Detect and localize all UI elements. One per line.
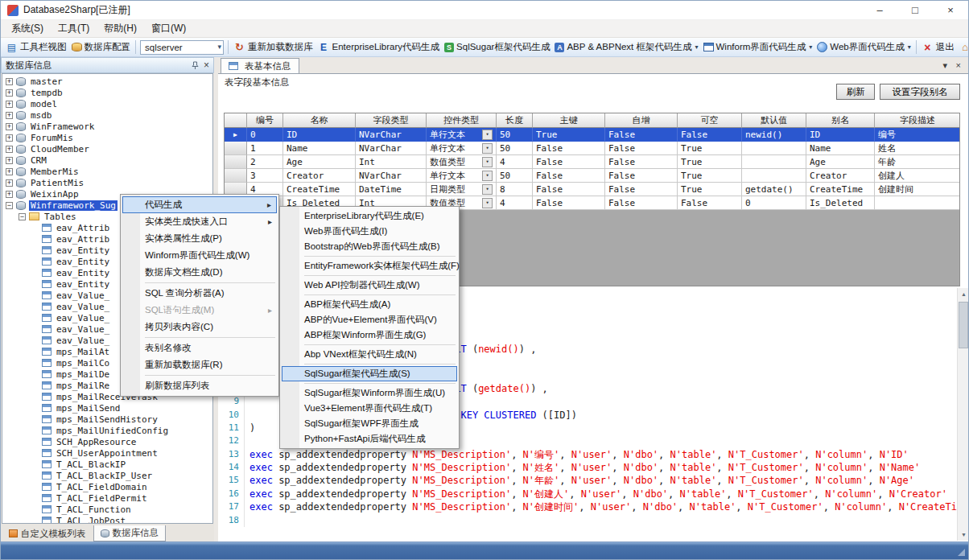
grid-cell[interactable]: False	[678, 196, 742, 210]
grid-cell[interactable]: False	[533, 169, 605, 183]
tree-item[interactable]: +tempdb	[2, 87, 212, 98]
grid-cell[interactable]: 0	[742, 196, 806, 210]
grid-cell[interactable]: False	[605, 196, 678, 210]
chevron-down-icon[interactable]: ▾	[482, 198, 493, 208]
tree-item[interactable]: T_ACL_FieldDomain	[2, 481, 212, 492]
tree-item[interactable]: T_ACL_Function	[2, 504, 212, 515]
resize-grip[interactable]	[958, 549, 965, 556]
submenu-item[interactable]: Web API控制器代码生成(W)	[282, 278, 457, 293]
context-menu-item[interactable]: 表别名修改	[122, 340, 277, 356]
context-menu-item[interactable]: 代码生成▸	[122, 196, 277, 213]
row-selector[interactable]: ▶	[225, 128, 247, 142]
context-menu-item[interactable]: SQL语句生成(M)▸	[122, 302, 277, 319]
chevron-down-icon[interactable]: ▾	[908, 43, 911, 51]
context-menu-item[interactable]: 实体类属性生成(P)	[122, 230, 277, 247]
grid-cell[interactable]: CreateTime	[806, 183, 875, 196]
tree-item[interactable]: SCH_UserAppointment	[2, 447, 212, 459]
grid-cell[interactable]: 年龄	[875, 155, 960, 169]
grid-cell[interactable]: 2	[247, 155, 283, 169]
grid-column-header[interactable]: 可空	[678, 113, 742, 128]
context-menu-item[interactable]: 数据库文档生成(D)	[122, 264, 277, 281]
grid-cell[interactable]: getdate()	[742, 183, 806, 196]
submenu-item[interactable]: ABP的Vue+Element界面代码(V)	[282, 312, 457, 327]
grid-column-header[interactable]: 字段类型	[356, 113, 427, 128]
grid-cell[interactable]: Age	[283, 155, 356, 169]
submenu-item[interactable]: SqlSugar框架WPF界面生成	[282, 416, 457, 431]
grid-row[interactable]: 4CreateTimeDateTime日期类型▾8FalseFalseTrueg…	[225, 183, 959, 196]
grid-cell[interactable]: ID	[283, 128, 356, 142]
grid-cell[interactable]: Name	[283, 142, 356, 155]
expand-icon[interactable]: +	[6, 179, 13, 187]
toolbar-button[interactable]: Web界面代码生成▾	[814, 39, 913, 55]
tree-item[interactable]: +CloudMember	[2, 143, 212, 154]
grid-cell[interactable]: False	[605, 155, 678, 169]
grid-cell[interactable]: 姓名	[875, 142, 960, 155]
tree-item[interactable]: mps_MailSend	[2, 402, 212, 414]
chevron-down-icon[interactable]: ▾	[482, 157, 493, 167]
minimize-button[interactable]: –	[862, 1, 897, 19]
grid-cell[interactable]: 50	[497, 169, 533, 183]
tree-item[interactable]: +CRM	[2, 154, 212, 166]
context-menu-item[interactable]: Winform界面代码生成(W)	[122, 247, 277, 264]
scroll-up-icon[interactable]: ▲	[958, 288, 969, 300]
grid-cell[interactable]: newid()	[742, 128, 806, 142]
grid-column-header[interactable]: 主键	[533, 113, 605, 128]
grid-cell[interactable]	[742, 169, 806, 183]
tree-item[interactable]: T_ACL_BlackIP	[2, 459, 212, 470]
grid-cell[interactable]: True	[678, 155, 742, 169]
tree-item[interactable]: T_ACL_BlackIP_User	[2, 470, 212, 481]
grid-row[interactable]: 1NameNVarChar单行文本▾50FalseFalseTrueName姓名	[225, 142, 959, 155]
grid-cell[interactable]: 单行文本▾	[427, 142, 497, 155]
grid-column-header[interactable]: 默认值	[742, 113, 806, 128]
context-menu-item[interactable]: 实体类生成快速入口▸	[122, 213, 277, 230]
expand-icon[interactable]: +	[6, 89, 13, 97]
grid-cell[interactable]: False	[605, 183, 678, 196]
grid-cell[interactable]: 单行文本▾	[427, 169, 497, 183]
grid-cell[interactable]: 3	[247, 169, 283, 183]
grid-cell[interactable]: Creator	[806, 169, 875, 183]
scroll-down-icon[interactable]: ▼	[958, 529, 969, 541]
expand-icon[interactable]: +	[6, 134, 13, 142]
chevron-down-icon[interactable]: ▾	[482, 184, 493, 195]
menubar-item[interactable]: 窗口(W)	[144, 19, 193, 38]
toolbar-button[interactable]: ABP & ABPNext 框架代码生成▾	[552, 39, 700, 55]
tree-item[interactable]: +master	[2, 76, 212, 87]
tree-item[interactable]: +model	[2, 98, 212, 109]
maximize-button[interactable]: □	[897, 1, 933, 19]
menubar-item[interactable]: 帮助(H)	[97, 19, 144, 38]
context-menu-item[interactable]: 拷贝列表内容(C)	[122, 319, 277, 336]
submenu-item[interactable]: Web界面代码生成(I)	[282, 224, 457, 239]
grid-cell[interactable]	[742, 142, 806, 155]
grid-cell[interactable]: 4	[497, 155, 533, 169]
context-menu-item[interactable]: 刷新数据库列表	[122, 377, 277, 394]
pin-icon[interactable]	[191, 61, 200, 70]
grid-cell[interactable]: False	[533, 196, 605, 210]
submenu-item[interactable]: SqlSugar框架代码生成(S)	[282, 366, 457, 381]
tabstrip-close-icon[interactable]: ×	[956, 60, 961, 70]
submenu-item[interactable]: Vue3+Element界面代码生成(T)	[282, 401, 457, 416]
tree-item[interactable]: mps_MailSendHistory	[2, 414, 212, 425]
grid-cell[interactable]: Is_Deleted	[806, 196, 875, 210]
expand-icon[interactable]: +	[6, 168, 13, 175]
grid-cell[interactable]: 50	[497, 142, 533, 155]
scrollbar-thumb[interactable]	[959, 302, 968, 348]
grid-cell[interactable]: 日期类型▾	[427, 183, 497, 196]
database-type-combo[interactable]: sqlserver▾	[140, 40, 224, 55]
tree-item[interactable]: +ForumMis	[2, 132, 212, 143]
grid-cell[interactable]: CreateTime	[283, 183, 356, 196]
toolbar-button[interactable]: 退出	[919, 39, 957, 55]
chevron-down-icon[interactable]: ▾	[482, 143, 493, 154]
chevron-down-icon[interactable]: ▾	[809, 43, 812, 51]
tree-item[interactable]: mps_MailUnifiedConfig	[2, 425, 212, 436]
expand-icon[interactable]: +	[6, 123, 13, 130]
grid-cell[interactable]: 8	[497, 183, 533, 196]
tree-item[interactable]: +MemberMis	[2, 166, 212, 177]
submenu-item[interactable]: EntityFramework实体框架代码生成(F)	[282, 258, 457, 274]
grid-column-header[interactable]: 字段描述	[875, 113, 960, 128]
grid-column-header[interactable]: 控件类型	[427, 113, 497, 128]
grid-cell[interactable]: False	[678, 128, 742, 142]
grid-cell[interactable]: ID	[806, 128, 875, 142]
code-scrollbar[interactable]: ▲ ▼	[957, 288, 969, 541]
panel-close-icon[interactable]: ×	[204, 61, 209, 69]
grid-column-header[interactable]: 别名	[806, 113, 875, 128]
